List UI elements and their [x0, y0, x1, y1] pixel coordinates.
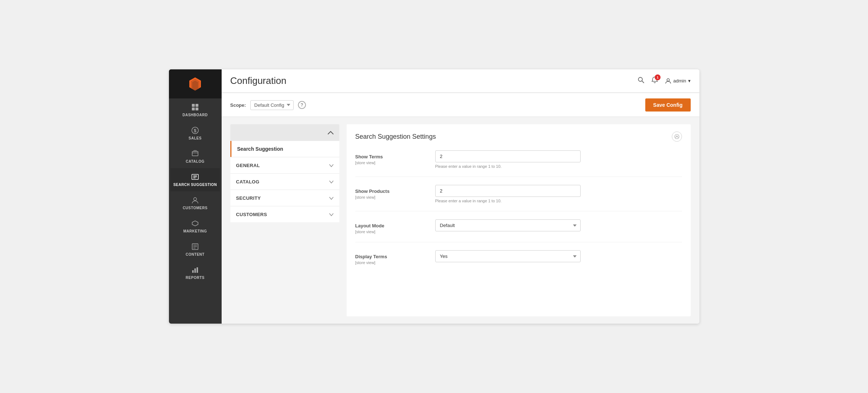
- svg-rect-4: [195, 104, 198, 107]
- input-show-products[interactable]: [435, 185, 581, 197]
- left-panel-section-security[interactable]: SECURITY: [230, 190, 339, 206]
- svg-rect-3: [192, 104, 195, 107]
- sidebar-item-label-content: CONTENT: [186, 252, 205, 257]
- sidebar-item-reports[interactable]: REPORTS: [170, 261, 220, 284]
- magento-logo: [187, 76, 203, 92]
- field-input-area-show-products: Please enter a value in range 1 to 10.: [435, 185, 682, 203]
- chevron-circle-up-icon: [674, 134, 679, 139]
- svg-marker-2: [192, 81, 198, 91]
- section-label-customers: CUSTOMERS: [236, 212, 267, 217]
- field-label-show-products: Show Products: [355, 189, 390, 194]
- sidebar-item-search-suggestion[interactable]: SEARCH SUGGESTION: [170, 168, 220, 191]
- section-collapse-button[interactable]: [672, 131, 682, 142]
- chevron-down-icon-general: [329, 162, 334, 168]
- right-panel: Search Suggestion Settings Show Terms [s…: [347, 124, 691, 316]
- catalog-icon: [191, 149, 199, 158]
- left-panel: Search Suggestion GENERAL CATALOG SECURI…: [230, 124, 339, 316]
- input-show-terms[interactable]: [435, 150, 581, 162]
- left-panel-sections: GENERAL CATALOG SECURITY CUSTOMERS: [230, 157, 339, 222]
- page-title: Configuration: [230, 75, 287, 86]
- logo-area: [169, 69, 222, 98]
- collapse-left-panel-button[interactable]: [328, 129, 334, 136]
- svg-rect-6: [195, 108, 198, 110]
- sidebar-item-label-customers: CUSTOMERS: [183, 206, 207, 210]
- main-content: Configuration 1: [222, 69, 699, 324]
- sidebar-item-label-reports: REPORTS: [186, 276, 205, 280]
- sidebar-item-sales[interactable]: $ SALES: [170, 122, 220, 145]
- field-input-area-layout-mode: DefaultGridList: [435, 219, 682, 231]
- sidebar-item-content[interactable]: CONTENT: [170, 238, 220, 261]
- sidebar-item-customers[interactable]: CUSTOMERS: [170, 191, 220, 215]
- sidebar: DASHBOARD $ SALES CATALOG SEARCH SUGGEST…: [169, 69, 222, 324]
- select-layout-mode[interactable]: DefaultGridList: [435, 219, 581, 231]
- left-panel-section-catalog[interactable]: CATALOG: [230, 173, 339, 190]
- sidebar-item-marketing[interactable]: MARKETING: [170, 215, 220, 238]
- svg-rect-22: [197, 267, 198, 273]
- reports-icon: [191, 266, 199, 274]
- customers-icon: [191, 196, 199, 204]
- save-config-button[interactable]: Save Config: [645, 98, 691, 112]
- config-bar: Scope: Default Config ? Save Config: [222, 93, 699, 117]
- hint-show-terms: Please enter a value in range 1 to 10.: [435, 164, 682, 169]
- svg-point-23: [638, 77, 642, 81]
- field-input-area-display-terms: YesNo: [435, 250, 682, 262]
- sidebar-nav: DASHBOARD $ SALES CATALOG SEARCH SUGGEST…: [170, 98, 220, 284]
- chevron-down-icon-security: [329, 195, 334, 201]
- field-sublabel-layout-mode: [store view]: [355, 230, 435, 234]
- notification-badge: 1: [655, 74, 661, 80]
- field-label-layout-mode: Layout Mode: [355, 223, 384, 228]
- help-question-mark: ?: [300, 102, 303, 108]
- sidebar-item-label-search-suggestion: SEARCH SUGGESTION: [173, 183, 217, 187]
- search-icon-button[interactable]: [637, 76, 645, 85]
- section-label-general: GENERAL: [236, 163, 260, 168]
- sidebar-item-label-sales: SALES: [189, 136, 202, 141]
- svg-line-24: [642, 81, 644, 83]
- sales-icon: $: [191, 126, 199, 135]
- field-label-area-show-products: Show Products [store view]: [355, 185, 435, 199]
- admin-label: admin: [673, 78, 686, 84]
- field-label-area-display-terms: Display Terms [store view]: [355, 250, 435, 265]
- notification-button[interactable]: 1: [651, 76, 658, 85]
- left-panel-header: [230, 124, 339, 141]
- left-panel-active-item[interactable]: Search Suggestion: [230, 141, 339, 157]
- svg-rect-21: [194, 268, 196, 273]
- svg-rect-5: [192, 108, 195, 110]
- sidebar-item-catalog[interactable]: CATALOG: [170, 145, 220, 168]
- search-icon: [637, 76, 645, 84]
- form-row-show-terms: Show Terms [store view] Please enter a v…: [355, 150, 682, 177]
- scope-label: Scope:: [230, 102, 246, 108]
- content-area: Search Suggestion GENERAL CATALOG SECURI…: [222, 117, 699, 324]
- chevron-up-icon: [328, 131, 334, 134]
- help-icon[interactable]: ?: [298, 101, 306, 109]
- sidebar-item-label-marketing: MARKETING: [183, 229, 207, 234]
- sidebar-item-dashboard[interactable]: DASHBOARD: [170, 98, 220, 122]
- topbar-actions: 1 admin ▾: [637, 76, 690, 85]
- field-label-area-layout-mode: Layout Mode [store view]: [355, 219, 435, 234]
- field-label-display-terms: Display Terms: [355, 254, 387, 259]
- section-label-catalog: CATALOG: [236, 179, 259, 185]
- user-icon: [665, 78, 671, 84]
- svg-point-25: [667, 78, 670, 81]
- left-panel-section-customers[interactable]: CUSTOMERS: [230, 206, 339, 222]
- form-row-show-products: Show Products [store view] Please enter …: [355, 185, 682, 211]
- chevron-down-icon-customers: [329, 211, 334, 217]
- admin-arrow-icon: ▾: [688, 78, 691, 84]
- select-display-terms[interactable]: YesNo: [435, 250, 581, 262]
- scope-select[interactable]: Default Config: [250, 100, 294, 110]
- admin-menu-button[interactable]: admin ▾: [665, 78, 690, 84]
- app-wrapper: DASHBOARD $ SALES CATALOG SEARCH SUGGEST…: [169, 69, 699, 324]
- hint-show-products: Please enter a value in range 1 to 10.: [435, 199, 682, 203]
- svg-rect-20: [192, 270, 194, 273]
- left-panel-section-general[interactable]: GENERAL: [230, 157, 339, 173]
- field-label-show-terms: Show Terms: [355, 154, 383, 159]
- svg-text:$: $: [194, 128, 197, 133]
- sidebar-item-label-dashboard: DASHBOARD: [182, 113, 208, 117]
- section-label-security: SECURITY: [236, 195, 261, 201]
- svg-point-15: [194, 198, 197, 200]
- search-suggestion-icon: [191, 173, 199, 181]
- field-label-area-show-terms: Show Terms [store view]: [355, 150, 435, 165]
- field-sublabel-show-products: [store view]: [355, 195, 435, 199]
- marketing-icon: [191, 219, 199, 228]
- content-icon: [191, 242, 199, 251]
- chevron-down-icon-catalog: [329, 179, 334, 185]
